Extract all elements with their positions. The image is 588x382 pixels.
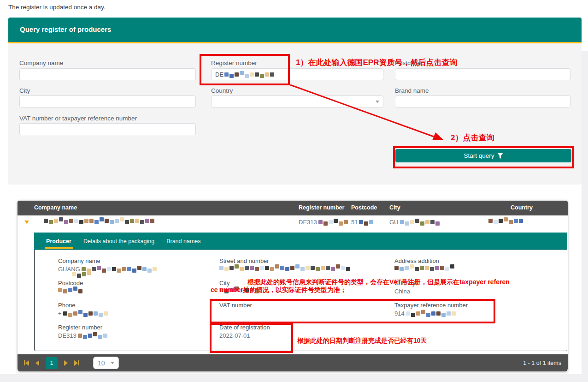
detail-taxpayer-label: Taxpayer reference number bbox=[394, 302, 468, 309]
pagination-bar: 1 10 1 - 1 of 1 items bbox=[18, 354, 568, 371]
chevron-down-icon bbox=[111, 362, 114, 364]
table-row[interactable]: DE313 51 GU bbox=[18, 215, 568, 229]
start-query-label: Start query bbox=[464, 152, 494, 159]
page-margin-bottom bbox=[0, 374, 588, 382]
detail-address-addition-label: Address addition bbox=[394, 257, 439, 264]
row-company-name bbox=[44, 219, 154, 223]
detail-register-label: Register number bbox=[58, 324, 102, 331]
detail-register-value: DE313 bbox=[58, 332, 107, 339]
row-register-number: DE313 bbox=[299, 219, 348, 226]
redacted-company-name bbox=[44, 219, 154, 223]
company-name-label: Company name bbox=[19, 60, 63, 66]
redacted-detail-register bbox=[78, 334, 107, 338]
postcode-input[interactable] bbox=[395, 68, 570, 80]
redacted-detail-city bbox=[219, 288, 259, 292]
detail-address-addition-value bbox=[394, 266, 454, 270]
redacted-detail-company bbox=[82, 267, 157, 271]
detail-city-value bbox=[219, 288, 259, 292]
redacted-detail-address bbox=[394, 266, 454, 270]
detail-company-name-value: GUANG bbox=[58, 266, 157, 273]
redacted-register-number bbox=[224, 72, 274, 77]
page-size-select[interactable]: 10 bbox=[93, 357, 119, 369]
detail-phone-label: Phone bbox=[58, 302, 76, 309]
register-update-notice: The register is updated once a day. bbox=[8, 4, 106, 11]
city-label: City bbox=[19, 87, 30, 94]
detail-taxpayer-value: 914 bbox=[394, 310, 456, 317]
chevron-down-icon bbox=[376, 101, 379, 103]
detail-postcode-label: Postcode bbox=[58, 280, 83, 286]
pagination-summary: 1 - 1 of 1 items bbox=[523, 360, 561, 366]
funnel-icon bbox=[497, 153, 503, 159]
page-size-value: 10 bbox=[98, 359, 105, 367]
query-panel-header: Query register of producers bbox=[8, 18, 582, 43]
page-margin-right bbox=[582, 51, 588, 382]
start-query-button[interactable]: Start query bbox=[395, 149, 571, 162]
results-table: Company name Register number Postcode Ci… bbox=[18, 201, 568, 371]
redacted-register bbox=[318, 220, 348, 224]
col-postcode[interactable]: Postcode bbox=[351, 204, 377, 211]
redacted-detail-company-2 bbox=[72, 272, 91, 276]
detail-company-name-label: Company name bbox=[58, 257, 100, 264]
vat-or-taxpayer-input[interactable] bbox=[19, 123, 196, 135]
postcode-label: Postcode bbox=[395, 60, 421, 66]
brand-name-input[interactable] bbox=[395, 96, 570, 107]
brand-name-label: Brand name bbox=[395, 87, 429, 94]
col-register-number[interactable]: Register number bbox=[299, 204, 344, 211]
redacted-detail-phone bbox=[63, 311, 108, 316]
page: The register is updated once a day. Quer… bbox=[0, 0, 588, 382]
query-panel-title: Query register of producers bbox=[20, 25, 111, 33]
vat-or-taxpayer-label: VAT number or taxpayer reference number bbox=[19, 115, 137, 122]
redacted-postcode bbox=[359, 220, 373, 224]
city-input[interactable] bbox=[19, 96, 196, 107]
results-table-header: Company name Register number Postcode Ci… bbox=[18, 201, 568, 215]
detail-country-label: Country bbox=[394, 280, 416, 286]
register-number-value-prefix: DE bbox=[215, 71, 223, 78]
tab-packaging-details[interactable]: Details about the packaging bbox=[77, 233, 160, 250]
previous-page-button[interactable] bbox=[35, 360, 39, 366]
redacted-city bbox=[400, 220, 440, 224]
country-select[interactable] bbox=[211, 96, 383, 107]
detail-country-value: China bbox=[394, 288, 410, 295]
detail-city-label: City bbox=[219, 280, 229, 286]
register-number-input[interactable]: DE bbox=[211, 68, 383, 80]
tab-brand-names[interactable]: Brand names bbox=[160, 233, 206, 250]
row-postcode: 51 bbox=[351, 219, 373, 226]
col-country[interactable]: Country bbox=[511, 204, 533, 211]
company-name-input[interactable] bbox=[19, 68, 196, 80]
col-city[interactable]: City bbox=[389, 204, 400, 211]
detail-date-value: 2022-07-01 bbox=[219, 332, 250, 339]
first-page-button[interactable] bbox=[24, 360, 29, 366]
page-number-button[interactable]: 1 bbox=[46, 357, 58, 369]
detail-date-label: Date of registration bbox=[219, 324, 270, 331]
redacted-detail-taxpayer bbox=[406, 311, 456, 316]
next-page-button[interactable] bbox=[64, 360, 68, 366]
tab-producer[interactable]: Producer bbox=[40, 233, 77, 250]
redacted-country bbox=[488, 219, 523, 223]
detail-street-label: Street and number bbox=[219, 257, 269, 264]
detail-company-name-value-line2 bbox=[72, 272, 91, 276]
last-page-button[interactable] bbox=[74, 360, 79, 366]
redacted-detail-postcode bbox=[58, 288, 82, 292]
collapse-row-icon[interactable] bbox=[24, 221, 29, 224]
detail-street-value bbox=[219, 266, 350, 270]
col-company-name[interactable]: Company name bbox=[34, 204, 77, 211]
row-city: GU bbox=[389, 219, 440, 226]
query-panel: Query register of producers Company name… bbox=[8, 18, 582, 185]
detail-postcode-value bbox=[58, 288, 82, 292]
country-label: Country bbox=[211, 87, 233, 94]
row-country bbox=[488, 219, 523, 223]
detail-vat-label: VAT number bbox=[219, 302, 252, 309]
detail-tabbar: Producer Details about the packaging Bra… bbox=[34, 233, 567, 250]
redacted-detail-street bbox=[219, 266, 350, 270]
register-number-label: Register number bbox=[211, 60, 257, 66]
producer-detail-panel: Company name GUANG Postcode Phone + Regi… bbox=[34, 250, 567, 351]
detail-phone-value: + bbox=[58, 310, 108, 317]
